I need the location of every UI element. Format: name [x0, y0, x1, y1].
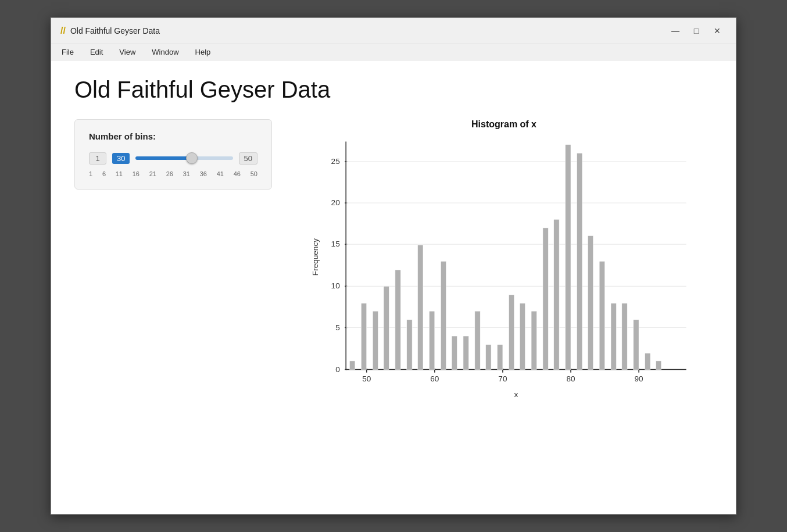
tick-21: 21 [149, 170, 156, 177]
svg-text:80: 80 [566, 374, 575, 383]
menu-edit[interactable]: Edit [87, 47, 106, 58]
svg-rect-38 [429, 311, 434, 369]
svg-rect-35 [395, 270, 400, 369]
title-bar-left: // Old Faithful Geyser Data [60, 26, 160, 36]
tick-31: 31 [183, 170, 190, 177]
svg-text:5: 5 [335, 323, 340, 332]
menu-help[interactable]: Help [192, 47, 214, 58]
svg-text:0: 0 [335, 365, 340, 374]
title-bar: // Old Faithful Geyser Data — □ ✕ [51, 18, 736, 44]
svg-rect-51 [577, 153, 582, 369]
tick-1: 1 [89, 170, 92, 177]
chart-wrapper: 0 5 10 15 20 [295, 135, 713, 403]
svg-text:20: 20 [331, 198, 341, 207]
tick-50: 50 [251, 170, 257, 177]
svg-rect-37 [418, 245, 423, 369]
svg-rect-33 [373, 311, 378, 369]
svg-rect-53 [599, 261, 604, 369]
chart-area: Histogram of x 0 [295, 119, 713, 410]
slider-min-label: 1 [89, 152, 106, 165]
tick-16: 16 [133, 170, 139, 177]
slider-current-value: 30 [112, 153, 130, 164]
slider-container[interactable] [135, 149, 232, 167]
menu-view[interactable]: View [116, 47, 139, 58]
svg-text:10: 10 [331, 281, 341, 290]
maximize-button[interactable]: □ [687, 24, 706, 38]
menu-window[interactable]: Window [148, 47, 182, 58]
slider-thumb[interactable] [186, 152, 198, 164]
slider-ticks: 1 6 11 16 21 26 31 36 41 46 50 [89, 170, 257, 177]
tick-41: 41 [217, 170, 224, 177]
svg-rect-58 [656, 361, 661, 370]
svg-rect-50 [566, 145, 571, 370]
histogram-svg: 0 5 10 15 20 [295, 135, 713, 403]
svg-text:x: x [514, 390, 518, 399]
bins-label: Number of bins: [89, 131, 257, 141]
tick-36: 36 [200, 170, 207, 177]
app-logo: // [60, 26, 66, 36]
svg-text:Frequency: Frequency [311, 238, 320, 276]
svg-rect-46 [520, 304, 525, 370]
slider-max-label: 50 [239, 152, 257, 165]
close-button[interactable]: ✕ [708, 24, 727, 38]
svg-text:60: 60 [430, 374, 439, 383]
svg-rect-31 [349, 361, 355, 370]
svg-rect-56 [634, 320, 639, 370]
svg-rect-36 [407, 320, 412, 370]
window-title: Old Faithful Geyser Data [70, 26, 160, 35]
svg-rect-41 [463, 336, 468, 370]
menu-file[interactable]: File [58, 47, 77, 58]
svg-rect-39 [441, 261, 446, 369]
tick-46: 46 [234, 170, 241, 177]
svg-text:50: 50 [362, 374, 371, 383]
svg-rect-49 [554, 219, 559, 369]
svg-rect-32 [361, 304, 366, 370]
svg-rect-48 [543, 228, 548, 370]
tick-26: 26 [166, 170, 173, 177]
svg-text:90: 90 [635, 374, 644, 383]
menu-bar: File Edit View Window Help [51, 44, 736, 60]
app-window: // Old Faithful Geyser Data — □ ✕ File E… [51, 17, 736, 515]
svg-text:25: 25 [331, 157, 340, 166]
svg-text:15: 15 [331, 240, 340, 248]
svg-text:70: 70 [498, 374, 507, 383]
svg-rect-47 [531, 311, 536, 369]
svg-rect-57 [645, 353, 650, 369]
svg-rect-43 [486, 345, 491, 370]
svg-rect-45 [509, 295, 514, 370]
svg-rect-34 [384, 286, 389, 369]
svg-rect-42 [475, 311, 480, 369]
slider-track [135, 156, 232, 160]
controls-panel: Number of bins: 1 30 50 1 6 11 16 [74, 119, 272, 190]
svg-rect-52 [588, 236, 593, 370]
content-area: Old Faithful Geyser Data Number of bins:… [51, 60, 736, 514]
svg-rect-54 [611, 304, 616, 370]
svg-rect-40 [452, 336, 457, 370]
page-title: Old Faithful Geyser Data [74, 77, 713, 103]
svg-rect-55 [622, 304, 627, 370]
svg-rect-44 [498, 345, 503, 370]
tick-11: 11 [116, 170, 123, 177]
minimize-button[interactable]: — [666, 24, 685, 38]
main-layout: Number of bins: 1 30 50 1 6 11 16 [74, 119, 713, 410]
chart-title: Histogram of x [295, 119, 713, 130]
window-controls: — □ ✕ [666, 24, 727, 38]
tick-6: 6 [102, 170, 106, 177]
slider-row: 1 30 50 [89, 149, 257, 167]
